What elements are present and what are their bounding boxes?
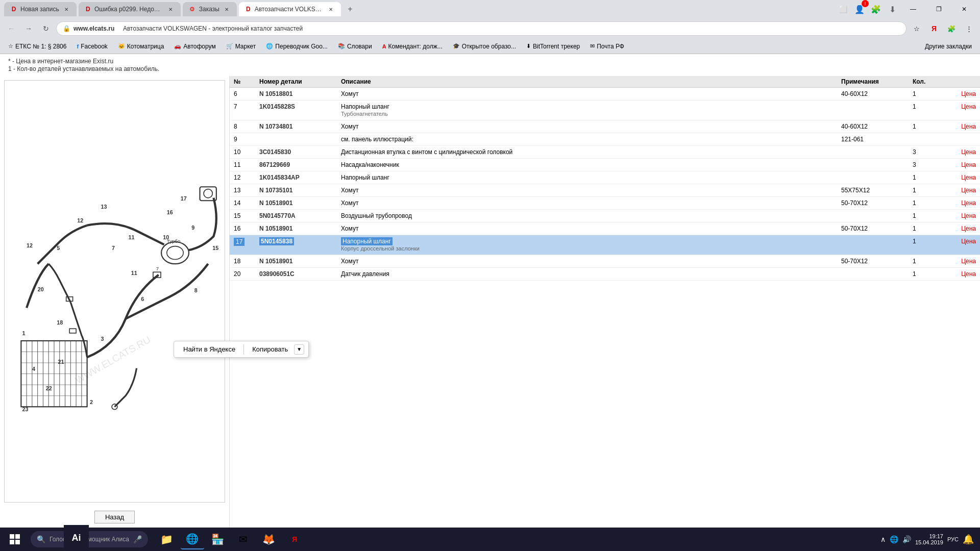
forward-nav-button[interactable]: → bbox=[21, 21, 36, 36]
table-row[interactable]: 20038906051CДатчик давления1Цена bbox=[230, 268, 980, 281]
context-menu-copy[interactable]: Копировать bbox=[247, 343, 293, 355]
cell-num: 6 bbox=[230, 88, 255, 101]
table-row[interactable]: 155N0145770AВоздушный трубопровод1Цена bbox=[230, 210, 980, 222]
refresh-button[interactable]: ↻ bbox=[39, 21, 53, 36]
cell-price[interactable]: Цена bbox=[939, 146, 980, 159]
svg-text:7: 7 bbox=[112, 245, 115, 251]
puzzle-icon[interactable]: 🧩 bbox=[944, 21, 959, 36]
bookmark-translator[interactable]: 🌐 Переводчик Goo... bbox=[262, 41, 332, 52]
taskbar-search[interactable]: 🔍 Голосовой помощник Алиса 🎤 bbox=[31, 531, 148, 547]
cell-price[interactable]: Цена bbox=[939, 210, 980, 222]
bookmark-facebook[interactable]: f Facebook bbox=[72, 41, 111, 52]
notifications-button[interactable]: 🔔 bbox=[963, 534, 974, 545]
table-row[interactable]: 13N 10735101Хомут55X75X121Цена bbox=[230, 184, 980, 197]
taskbar-app-yandex[interactable]: Я bbox=[283, 529, 306, 549]
table-row[interactable]: 11867129669Насадка/наконечник3Цена bbox=[230, 159, 980, 171]
cell-price[interactable]: Цена bbox=[939, 120, 980, 133]
bookmark-avtoforum[interactable]: 🚗 Автофорум bbox=[170, 41, 219, 52]
tab-1[interactable]: D Новая запись ✕ bbox=[4, 2, 77, 16]
cast-icon[interactable]: ⬜ bbox=[836, 6, 850, 13]
cell-num: 9 bbox=[230, 133, 255, 146]
cell-price[interactable]: Цена bbox=[939, 159, 980, 171]
volume-icon[interactable]: 🔊 bbox=[902, 535, 911, 543]
bookmark-star-icon[interactable]: ☆ bbox=[910, 21, 924, 36]
mail-icon: ✉ bbox=[239, 533, 248, 545]
cell-price[interactable]: Цена bbox=[939, 222, 980, 235]
extensions-icon[interactable]: 🧩 bbox=[869, 2, 883, 16]
taskbar-app-mail[interactable]: ✉ bbox=[232, 529, 255, 549]
back-nav-button[interactable]: ← bbox=[4, 21, 18, 36]
table-row[interactable]: 14N 10518901Хомут50-70X121Цена bbox=[230, 197, 980, 210]
taskbar-app-store[interactable]: 🏪 bbox=[206, 529, 230, 549]
cell-notes bbox=[837, 235, 909, 255]
ai-badge[interactable]: Ai bbox=[64, 525, 89, 551]
cell-notes: 121-061 bbox=[837, 133, 909, 146]
cell-price[interactable]: Цена bbox=[939, 268, 980, 281]
more-icon[interactable]: ⋮ bbox=[962, 21, 976, 36]
right-panel[interactable]: № Номер детали Описание Примечания Кол. … bbox=[230, 76, 980, 528]
table-row[interactable]: 18N 10518901Хомут50-70X121Цена bbox=[230, 255, 980, 268]
cell-price[interactable]: Цена bbox=[939, 88, 980, 101]
new-tab-button[interactable]: + bbox=[343, 2, 357, 16]
cell-desc: Напорный шланг bbox=[337, 171, 837, 184]
context-menu-find-yandex[interactable]: Найти в Яндексе bbox=[178, 343, 240, 355]
bookmark-komendant[interactable]: A Комендант: долж... bbox=[378, 41, 447, 52]
bookmark-market[interactable]: 🛒 Маркет bbox=[222, 41, 260, 52]
start-button[interactable] bbox=[2, 529, 28, 549]
cell-notes bbox=[837, 101, 909, 120]
bookmark-slovari[interactable]: 📚 Словари bbox=[334, 41, 376, 52]
table-row[interactable]: 121K0145834APНапорный шланг1Цена bbox=[230, 171, 980, 184]
tab-2[interactable]: D Ошибка p0299. Недодув.. ✕ bbox=[79, 2, 181, 16]
bookmark-kotomatrica[interactable]: 🐱 Котоматрица bbox=[114, 41, 168, 52]
tab-2-close[interactable]: ✕ bbox=[167, 5, 175, 13]
minimize-button[interactable]: — bbox=[901, 1, 925, 17]
bookmark-pochta[interactable]: ✉ Почта РФ bbox=[586, 41, 628, 52]
yandex-icon[interactable]: Я bbox=[927, 21, 941, 36]
close-button[interactable]: ✕ bbox=[952, 1, 976, 17]
table-row[interactable]: 8N 10734801Хомут40-60X121Цена bbox=[230, 120, 980, 133]
tab-4-close[interactable]: ✕ bbox=[327, 5, 335, 13]
taskbar-app-firefox[interactable]: 🦊 bbox=[257, 529, 281, 549]
address-bar[interactable]: 🔒 www.elcats.ru Автозапчасти VOLKSWAGEN … bbox=[56, 21, 906, 36]
table-row[interactable]: 16N 10518901Хомут50-70X121Цена bbox=[230, 222, 980, 235]
cell-price[interactable]: Цена bbox=[939, 197, 980, 210]
chevron-up-icon[interactable]: ∧ bbox=[880, 535, 886, 543]
table-row[interactable]: 175N0145838Напорный шлангКорпус дроссель… bbox=[230, 235, 980, 255]
table-row[interactable]: 71K0145828SНапорный шлангТурбонагнетател… bbox=[230, 101, 980, 120]
network-icon[interactable]: 🌐 bbox=[890, 535, 898, 543]
cell-price[interactable]: Цена bbox=[939, 101, 980, 120]
svg-text:15: 15 bbox=[212, 245, 218, 251]
tab-1-close[interactable]: ✕ bbox=[62, 5, 70, 13]
address-bar-row: ← → ↻ 🔒 www.elcats.ru Автозапчасти VOLKS… bbox=[0, 18, 980, 39]
context-menu-expand[interactable]: ▼ bbox=[294, 344, 304, 355]
cell-price[interactable]: Цена bbox=[939, 171, 980, 184]
cell-partno: 1K0145828S bbox=[255, 101, 337, 120]
bookmark-pochta-label: Почта РФ bbox=[597, 43, 624, 50]
bookmark-slovari-label: Словари bbox=[347, 43, 372, 50]
bookmark-etks[interactable]: ☆ ЕТКС № 1: § 2806 bbox=[4, 41, 70, 52]
download-icon[interactable]: ⬇ bbox=[885, 2, 899, 16]
main-area: WWW.ELCATS.RU bbox=[0, 76, 980, 528]
table-row[interactable]: 103C0145830Дистанционная втулка с винтом… bbox=[230, 146, 980, 159]
tab-3[interactable]: ⚙ Заказы ✕ bbox=[183, 2, 237, 16]
cell-price[interactable]: Цена bbox=[939, 235, 980, 255]
table-row[interactable]: 9см. панель иллюстраций:121-061 bbox=[230, 133, 980, 146]
tab-3-close[interactable]: ✕ bbox=[223, 5, 231, 13]
table-row[interactable]: 6N 10518801Хомут40-60X121Цена bbox=[230, 88, 980, 101]
cell-desc: Хомут bbox=[337, 197, 837, 210]
more-bookmarks-button[interactable]: Другие закладки bbox=[921, 41, 976, 52]
taskbar-app-edge[interactable]: 🌐 bbox=[181, 529, 204, 549]
bookmark-bittorrent[interactable]: ⬇ BitTorrent трекер bbox=[522, 41, 584, 52]
bookmark-open-edu[interactable]: 🎓 Открытое образо... bbox=[449, 41, 520, 52]
taskbar-clock[interactable]: 19:17 15.04.2019 bbox=[915, 533, 943, 545]
voice-icon[interactable]: 🎤 bbox=[133, 535, 142, 543]
parts-table-body: 6N 10518801Хомут40-60X121Цена71K0145828S… bbox=[230, 88, 980, 281]
cell-price[interactable]: Цена bbox=[939, 184, 980, 197]
cell-price[interactable]: Цена bbox=[939, 255, 980, 268]
tab-4[interactable]: D Автозапчасти VOLKSWА... ✕ bbox=[239, 2, 341, 16]
cell-partno: 1K0145834AP bbox=[255, 171, 337, 184]
restore-button[interactable]: ❐ bbox=[927, 1, 950, 17]
taskbar-app-explorer[interactable]: 📁 bbox=[155, 529, 179, 549]
back-button[interactable]: Назад bbox=[94, 511, 135, 523]
taskbar-language[interactable]: РУС bbox=[947, 536, 959, 542]
